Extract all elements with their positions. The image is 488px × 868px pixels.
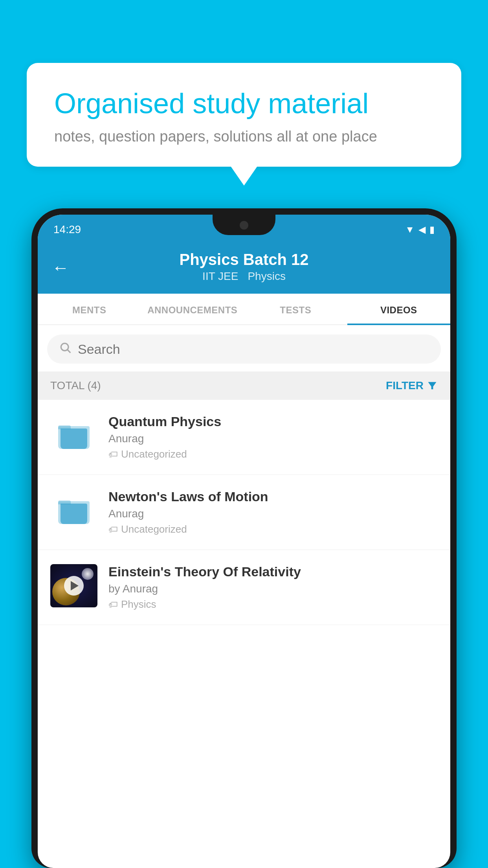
speech-bubble-subtext: notes, question papers, solutions all at…: [54, 128, 434, 145]
batch-title: Physics Batch 12: [53, 251, 435, 268]
folder-icon: [58, 497, 90, 524]
tag-icon: 🏷: [108, 524, 118, 535]
phone-screen: 14:29 ▼ ◀ ▮ ← Physics Batch 12 IIT JEE P…: [38, 215, 450, 868]
phone-notch: [213, 215, 275, 235]
list-item[interactable]: Einstein's Theory Of Relativity by Anura…: [38, 550, 450, 625]
tab-ments[interactable]: MENTS: [38, 294, 141, 324]
app-header: ← Physics Batch 12 IIT JEE Physics: [38, 241, 450, 294]
play-button[interactable]: [64, 576, 84, 596]
wifi-icon: ▼: [405, 224, 415, 235]
video-thumbnail: [50, 564, 97, 607]
back-button[interactable]: ←: [52, 258, 69, 278]
search-icon: [59, 341, 72, 357]
video-author: Anurag: [108, 432, 438, 445]
video-info: Quantum Physics Anurag 🏷 Uncategorized: [108, 414, 438, 460]
tab-announcements[interactable]: ANNOUNCEMENTS: [141, 294, 244, 324]
tag-icon: 🏷: [108, 599, 118, 610]
star-glow: [82, 568, 94, 580]
video-title: Newton's Laws of Motion: [108, 489, 438, 504]
status-time: 14:29: [53, 223, 81, 236]
tab-videos[interactable]: VIDEOS: [347, 294, 451, 324]
video-tag: 🏷 Physics: [108, 598, 438, 611]
list-item[interactable]: Newton's Laws of Motion Anurag 🏷 Uncateg…: [38, 475, 450, 550]
video-tag: 🏷 Uncategorized: [108, 523, 438, 535]
filter-button[interactable]: FILTER: [386, 379, 438, 392]
speech-bubble: Organised study material notes, question…: [27, 63, 461, 167]
video-list: Quantum Physics Anurag 🏷 Uncategorized: [38, 400, 450, 625]
search-input[interactable]: [78, 342, 429, 357]
filter-bar: TOTAL (4) FILTER: [38, 371, 450, 400]
list-item[interactable]: Quantum Physics Anurag 🏷 Uncategorized: [38, 400, 450, 475]
signal-icon: ◀: [418, 224, 426, 235]
video-info: Einstein's Theory Of Relativity by Anura…: [108, 564, 438, 611]
video-author: by Anurag: [108, 583, 438, 595]
search-bar[interactable]: [47, 335, 441, 364]
svg-marker-2: [428, 382, 437, 390]
status-icons: ▼ ◀ ▮: [405, 224, 435, 235]
battery-icon: ▮: [429, 224, 435, 235]
tab-tests[interactable]: TESTS: [244, 294, 347, 324]
svg-line-1: [68, 350, 70, 353]
speech-bubble-container: Organised study material notes, question…: [27, 63, 461, 167]
batch-subtitle: IIT JEE Physics: [53, 270, 435, 283]
batch-tag-iitjee: IIT JEE: [202, 270, 238, 283]
folder-icon-wrap: [50, 414, 97, 457]
phone-frame: 14:29 ▼ ◀ ▮ ← Physics Batch 12 IIT JEE P…: [31, 208, 457, 868]
total-count: TOTAL (4): [50, 379, 101, 392]
folder-icon-wrap: [50, 489, 97, 532]
video-title: Quantum Physics: [108, 414, 438, 429]
front-camera: [240, 221, 248, 230]
video-tag: 🏷 Uncategorized: [108, 448, 438, 460]
speech-bubble-heading: Organised study material: [54, 86, 434, 120]
folder-icon: [58, 422, 90, 449]
video-info: Newton's Laws of Motion Anurag 🏷 Uncateg…: [108, 489, 438, 535]
tab-bar: MENTS ANNOUNCEMENTS TESTS VIDEOS: [38, 294, 450, 325]
video-author: Anurag: [108, 508, 438, 520]
svg-point-0: [61, 343, 68, 351]
tag-icon: 🏷: [108, 449, 118, 460]
batch-tag-physics: Physics: [248, 270, 285, 283]
video-title: Einstein's Theory Of Relativity: [108, 564, 438, 579]
